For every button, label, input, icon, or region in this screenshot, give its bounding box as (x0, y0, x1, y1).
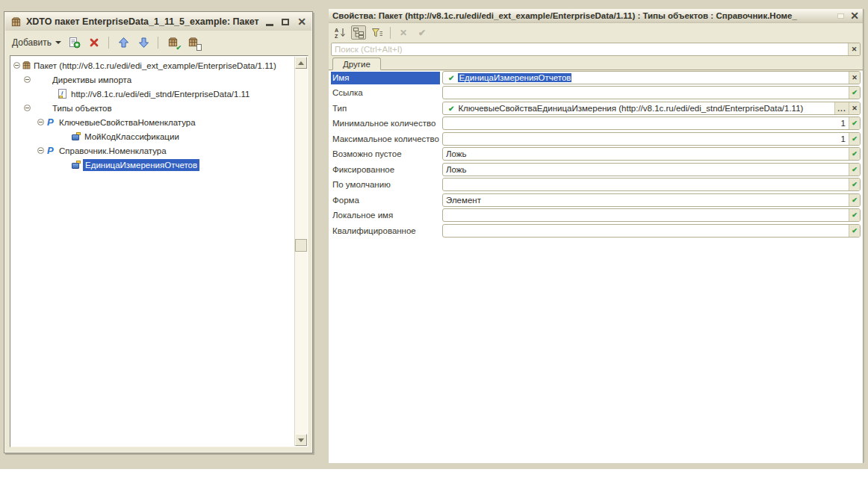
add-button[interactable]: Добавить (12, 37, 61, 48)
dropdown-button[interactable]: ✔ (849, 117, 860, 129)
property-label[interactable]: Тип (331, 102, 440, 115)
property-label[interactable]: Максимальное количество (331, 133, 440, 146)
property-label[interactable]: Квалифицированное (331, 225, 440, 238)
filter-button[interactable] (370, 25, 385, 40)
property-label[interactable]: Имя (331, 72, 440, 84)
funnel-icon (371, 27, 383, 39)
property-label[interactable]: Форма (331, 194, 440, 207)
property-value-field[interactable]: Ложь ✔ (442, 147, 861, 161)
disabled-check-icon: ✔ (418, 28, 426, 38)
import-package-button[interactable] (185, 35, 200, 50)
scroll-up-button[interactable] (295, 57, 307, 69)
tree-scrollbar[interactable] (294, 57, 307, 446)
delete-x-icon (89, 37, 99, 48)
property-value-field[interactable]: 1 ✔ (442, 132, 861, 146)
property-value-field[interactable]: ✔ ЕдиницаИзмеренияОтчетов ✕ (442, 71, 861, 84)
arrow-down-icon (138, 37, 149, 49)
move-up-button[interactable] (116, 35, 131, 50)
scroll-down-button[interactable] (295, 434, 307, 446)
dropdown-button[interactable]: ✔ (849, 225, 860, 237)
collapse-icon[interactable] (37, 119, 44, 125)
property-row-imya: Имя ✔ ЕдиницаИзмеренияОтчетов ✕ (329, 71, 863, 86)
property-row-po-umolchaniyu: По умолчанию ✔ (329, 178, 863, 193)
property-value: ЕдиницаИзмеренияОтчетов (458, 73, 571, 82)
dropdown-button[interactable]: ✔ (849, 164, 860, 176)
tree-item-key-properties-type[interactable]: КлючевыеСвойстваНоменклатура (11, 116, 293, 130)
property-label[interactable]: Минимальное количество (331, 117, 440, 130)
tree-item-package[interactable]: Пакет (http://v8.1c.ru/edi/edi_ext_examp… (11, 59, 293, 73)
minimize-icon[interactable] (266, 24, 273, 26)
property-value-field[interactable]: ✔ (442, 178, 861, 191)
clear-button[interactable]: ✕ (849, 102, 860, 114)
property-row-tip: Тип ✔ КлючевыеСвойстваЕдиницаИзмерения (… (329, 102, 863, 117)
dropdown-caret-icon (55, 41, 61, 44)
group-by-categories-button[interactable] (351, 25, 366, 40)
window-titlebar[interactable]: XDTO пакет EnterpriseData_1_11_5_example… (5, 13, 311, 31)
tree-item-spravochnik-type[interactable]: Справочник.Номенклатура (11, 144, 293, 158)
tree-item-label: КлючевыеСвойстваНоменклатура (59, 117, 196, 128)
property-label[interactable]: По умолчанию (331, 179, 440, 191)
tree-item-import-url[interactable]: i http://v8.1c.ru/edi/edi_stnd/Enterpris… (11, 87, 293, 102)
ellipsis-button[interactable]: ... (834, 102, 849, 114)
search-input[interactable] (332, 43, 848, 55)
dropdown-button[interactable]: ✔ (849, 148, 860, 160)
property-value-field[interactable]: ✔ (442, 86, 861, 99)
scrollbar-thumb[interactable] (295, 239, 307, 252)
scroll-down-arrow-icon (298, 438, 304, 442)
tree-item-label: ЕдиницаИзмеренияОтчетов (83, 159, 199, 171)
collapse-icon[interactable] (13, 62, 20, 69)
close-icon[interactable]: ✕ (850, 10, 859, 21)
property-value-field[interactable]: ✔ (442, 224, 861, 238)
tree-item-label: МойКодКлассификации (84, 131, 179, 143)
toolbar-separator (108, 37, 109, 49)
delete-button[interactable] (87, 35, 102, 50)
close-icon[interactable]: ✕ (297, 16, 306, 27)
pin-icon[interactable] (837, 13, 844, 19)
property-label[interactable]: Возможно пустое (331, 148, 440, 161)
properties-titlebar[interactable]: Свойства: Пакет (http://v8.1c.ru/edi/edi… (329, 9, 863, 23)
sort-alphabetical-button[interactable]: A Z (332, 25, 347, 40)
maximize-icon[interactable] (282, 19, 289, 25)
property-label[interactable]: Локальное имя (331, 209, 440, 222)
property-label[interactable]: Ссылка (331, 87, 440, 99)
new-item-button[interactable] (66, 35, 81, 50)
dropdown-button[interactable]: ✔ (849, 179, 860, 190)
tree-item-object-types[interactable]: Типы объектов (11, 102, 293, 116)
dropdown-button[interactable]: ✔ (849, 209, 860, 221)
collapse-icon[interactable] (24, 76, 31, 83)
property-value-field[interactable]: Элемент ✔ (442, 193, 861, 207)
apply-button-disabled[interactable]: ✔ (415, 25, 430, 40)
tree-item-import-directives[interactable]: Директивы импорта (11, 73, 293, 87)
delete-property-button-disabled[interactable]: ✕ (396, 25, 411, 40)
tree-item-edinitsa-selected[interactable]: ЕдиницаИзмеренияОтчетов (11, 158, 293, 173)
window-title: XDTO пакет EnterpriseData_1_11_5_example… (26, 16, 260, 27)
search-field[interactable]: ✕ (331, 43, 861, 56)
property-row-kvalifitsirovannoe: Квалифицированное ✔ (329, 224, 863, 239)
check-package-button[interactable]: ✔ (165, 35, 180, 50)
move-down-button[interactable] (136, 35, 151, 50)
tree-item-label: Директивы импорта (52, 74, 131, 86)
dropdown-button[interactable]: ✔ (849, 194, 860, 206)
property-value-field[interactable]: ✔ КлючевыеСвойстваЕдиницаИзмерения (http… (442, 102, 861, 115)
property-value: Элемент (446, 196, 481, 205)
tab-drugie[interactable]: Другие (332, 58, 381, 70)
property-value-field[interactable]: Ложь ✔ (442, 163, 861, 176)
property-row-vozmozhno-pustoe: Возможно пустое Ложь ✔ (329, 147, 863, 162)
tree-item-moy-kod[interactable]: МойКодКлассификации (11, 130, 293, 144)
property-row-lokalnoe-imya: Локальное имя ✔ (329, 208, 863, 223)
property-value-field[interactable]: 1 ✔ (442, 117, 861, 130)
collapse-icon[interactable] (24, 105, 31, 111)
import-page-icon (196, 44, 202, 51)
search-clear-button[interactable]: ✕ (848, 43, 860, 55)
property-value-field[interactable]: ✔ (442, 208, 861, 222)
xdto-tree: Пакет (http://v8.1c.ru/edi/edi_ext_examp… (10, 55, 309, 447)
property-row-fiksirovannoe: Фиксированное Ложь ✔ (329, 163, 863, 178)
collapse-icon[interactable] (37, 147, 44, 154)
property-label[interactable]: Фиксированное (331, 164, 440, 176)
clear-button[interactable]: ✕ (849, 72, 860, 84)
property-value: КлючевыеСвойстваЕдиницаИзмерения (http:/… (458, 104, 803, 113)
dropdown-button[interactable]: ✔ (849, 87, 860, 99)
dropdown-button[interactable]: ✔ (849, 133, 860, 145)
property-row-max-kolichestvo: Максимальное количество 1 ✔ (329, 132, 863, 147)
tree-item-label: Справочник.Номенклатура (59, 145, 167, 157)
